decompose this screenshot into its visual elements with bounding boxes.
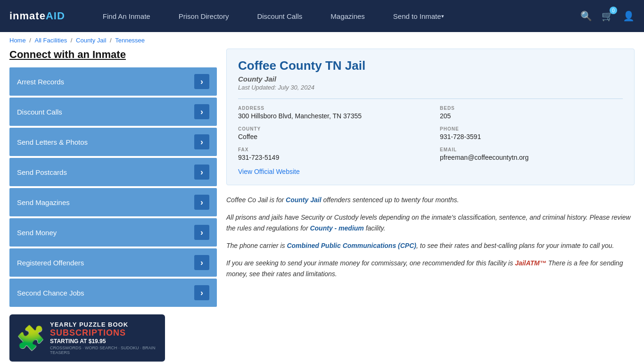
sidebar-item-label: Discount Calls [17,108,62,116]
sidebar-item-second-chance-jobs[interactable]: Second Chance Jobs › [9,279,217,307]
sidebar-item-send-postcards[interactable]: Send Postcards › [9,158,217,186]
fax-value: 931-723-5149 [238,154,421,161]
sidebar-arrow-icon: › [194,255,209,270]
sidebar-item-send-letters[interactable]: Send Letters & Photos › [9,128,217,156]
breadcrumb: Home / All Facilities / County Jail / Te… [0,32,644,49]
ad-title: YEARLY PUZZLE BOOK [50,321,158,328]
logo[interactable]: inmateAID [9,10,65,22]
nav-find-inmate[interactable]: Find An Inmate [89,0,165,32]
sidebar-arrow-icon: › [194,285,209,300]
ad-price: STARTING AT $19.95 [50,338,158,345]
sidebar-arrow-icon: › [194,74,209,89]
cart-icon[interactable]: 🛒 0 [602,10,613,22]
beds-block: BEDS 205 [440,106,623,120]
beds-value: 205 [440,112,623,120]
breadcrumb-county-jail[interactable]: County Jail [76,37,106,44]
county-medium-link[interactable]: County - medium [310,224,363,232]
nav-discount-calls[interactable]: Discount Calls [243,0,316,32]
ad-puzzle-graphic: 🧩 [16,324,44,352]
fax-label: FAX [238,147,421,152]
sidebar-item-discount-calls[interactable]: Discount Calls › [9,98,217,126]
phone-block: PHONE 931-728-3591 [440,126,623,140]
ad-tagline: CROSSWORDS · WORD SEARCH · SUDOKU · BRAI… [50,346,158,355]
breadcrumb-sep2: / [71,37,74,44]
county-value: Coffee [238,133,421,140]
facility-card: Coffee County TN Jail County Jail Last U… [226,49,635,185]
address-label: ADDRESS [238,106,421,111]
sidebar-item-registered-offenders[interactable]: Registered Offenders › [9,248,217,277]
main-nav: Find An Inmate Prison Directory Discount… [89,0,566,32]
sidebar-item-label: Send Postcards [17,168,67,176]
county-jail-link[interactable]: County Jail [286,196,321,204]
sidebar-item-label: Second Chance Jobs [17,289,84,297]
desc-para4: If you are seeking to send your inmate m… [226,258,635,280]
facility-name: Coffee County TN Jail [238,58,623,73]
address-block: ADDRESS 300 Hillsboro Blvd, Manchester, … [238,106,421,120]
email-label: EMAIL [440,147,623,152]
sidebar-item-label: Send Letters & Photos [17,138,88,146]
breadcrumb-home[interactable]: Home [9,37,26,44]
email-value: pfreeman@coffeecountytn.org [440,154,623,161]
cpc-link[interactable]: Combined Public Communications (CPC) [287,242,416,249]
ad-subtitle: SUBSCRIPTIONS [50,328,158,338]
county-label: COUNTY [238,126,421,132]
sidebar-arrow-icon: › [194,165,209,180]
sidebar-item-label: Send Money [17,229,57,237]
main-layout: Connect with an Inmate Arrest Records › … [0,49,644,362]
facility-updated: Last Updated: July 30, 2024 [238,84,623,91]
nav-send-to-inmate[interactable]: Send to Inmate [379,0,458,32]
sidebar-item-label: Send Magazines [17,198,70,206]
email-block: EMAIL pfreeman@coffeecountytn.org [440,147,623,161]
sidebar-menu: Arrest Records › Discount Calls › Send L… [9,67,217,307]
sidebar-arrow-icon: › [194,225,209,240]
breadcrumb-sep3: / [110,37,113,44]
header-icons: 🔍 🛒 0 👤 [580,10,635,22]
sidebar-title: Connect with an Inmate [9,49,217,61]
facility-details: ADDRESS 300 Hillsboro Blvd, Manchester, … [238,99,623,161]
desc-para1: Coffee Co Jail is for County Jail offend… [226,195,635,206]
sidebar-ad[interactable]: 🧩 YEARLY PUZZLE BOOK SUBSCRIPTIONS START… [9,314,217,362]
facility-type: County Jail [238,75,623,83]
sidebar-item-label: Registered Offenders [17,259,84,267]
header: inmateAID Find An Inmate Prison Director… [0,0,644,32]
sidebar-item-label: Arrest Records [17,78,64,86]
view-official-website-link[interactable]: View Official Website [238,168,300,175]
beds-label: BEDS [440,106,623,111]
breadcrumb-tennessee[interactable]: Tennessee [115,37,145,44]
sidebar-item-send-magazines[interactable]: Send Magazines › [9,188,217,216]
jailatm-link[interactable]: JailATM™ [515,259,546,267]
sidebar-arrow-icon: › [194,134,209,149]
fax-block: FAX 931-723-5149 [238,147,421,161]
main-content: Coffee County TN Jail County Jail Last U… [226,49,635,362]
address-value: 300 Hillsboro Blvd, Manchester, TN 37355 [238,112,421,120]
nav-magazines[interactable]: Magazines [316,0,379,32]
breadcrumb-all-facilities[interactable]: All Facilities [35,37,67,44]
phone-value: 931-728-3591 [440,133,623,140]
phone-label: PHONE [440,126,623,132]
facility-description: Coffee Co Jail is for County Jail offend… [226,195,635,280]
desc-para2: All prisons and jails have Security or C… [226,212,635,234]
county-block: COUNTY Coffee [238,126,421,140]
cart-badge: 0 [610,7,617,14]
sidebar-arrow-icon: › [194,104,209,119]
sidebar: Connect with an Inmate Arrest Records › … [9,49,217,362]
search-icon[interactable]: 🔍 [580,10,592,22]
breadcrumb-sep1: / [29,37,33,44]
desc-para3: The phone carrier is Combined Public Com… [226,240,635,251]
user-icon[interactable]: 👤 [623,10,635,22]
logo-text: inmateAID [9,10,65,22]
ad-content: YEARLY PUZZLE BOOK SUBSCRIPTIONS STARTIN… [50,321,158,355]
nav-prison-directory[interactable]: Prison Directory [165,0,243,32]
facility-website-link[interactable]: View Official Website [238,168,623,175]
sidebar-arrow-icon: › [194,195,209,210]
sidebar-item-send-money[interactable]: Send Money › [9,218,217,247]
sidebar-item-arrest-records[interactable]: Arrest Records › [9,67,217,96]
